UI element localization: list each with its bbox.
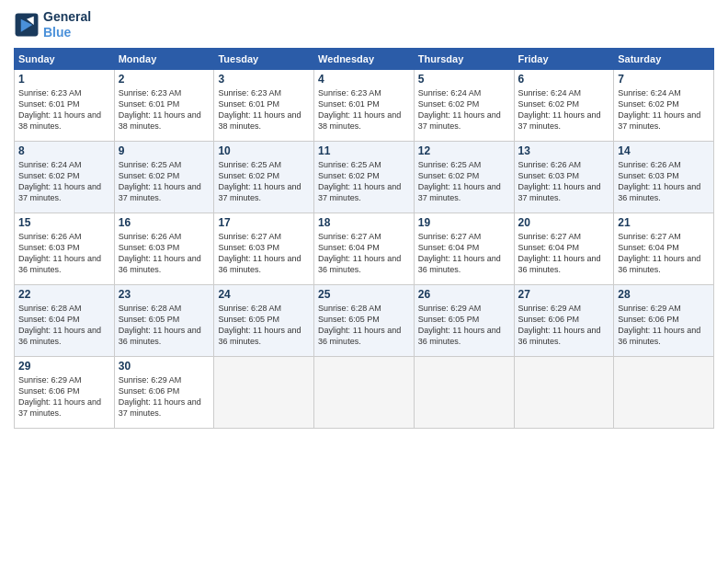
day-info: Sunrise: 6:26 AM Sunset: 6:03 PM Dayligh…	[518, 159, 610, 204]
weekday-header-row: SundayMondayTuesdayWednesdayThursdayFrid…	[15, 48, 714, 69]
day-number: 16	[119, 216, 210, 229]
calendar-cell: 16 Sunrise: 6:26 AM Sunset: 6:03 PM Dayl…	[114, 213, 214, 284]
calendar-cell	[514, 356, 614, 428]
calendar-cell: 24 Sunrise: 6:28 AM Sunset: 6:05 PM Dayl…	[214, 284, 314, 356]
week-row-5: 29 Sunrise: 6:29 AM Sunset: 6:06 PM Dayl…	[15, 356, 714, 428]
calendar-cell: 27 Sunrise: 6:29 AM Sunset: 6:06 PM Dayl…	[514, 284, 614, 356]
logo-text: General Blue	[43, 9, 91, 40]
day-info: Sunrise: 6:24 AM Sunset: 6:02 PM Dayligh…	[18, 159, 110, 204]
day-info: Sunrise: 6:28 AM Sunset: 6:05 PM Dayligh…	[318, 303, 410, 348]
calendar-cell: 21 Sunrise: 6:27 AM Sunset: 6:04 PM Dayl…	[614, 213, 714, 284]
weekday-sunday: Sunday	[15, 48, 115, 69]
calendar-cell: 6 Sunrise: 6:24 AM Sunset: 6:02 PM Dayli…	[514, 69, 614, 141]
day-info: Sunrise: 6:27 AM Sunset: 6:04 PM Dayligh…	[318, 231, 410, 276]
day-number: 8	[18, 144, 110, 157]
calendar-cell: 9 Sunrise: 6:25 AM Sunset: 6:02 PM Dayli…	[114, 141, 214, 213]
calendar-body: 1 Sunrise: 6:23 AM Sunset: 6:01 PM Dayli…	[15, 69, 714, 428]
logo-icon	[14, 12, 40, 38]
calendar-cell: 2 Sunrise: 6:23 AM Sunset: 6:01 PM Dayli…	[114, 69, 214, 141]
calendar-cell: 25 Sunrise: 6:28 AM Sunset: 6:05 PM Dayl…	[314, 284, 415, 356]
calendar-cell: 19 Sunrise: 6:27 AM Sunset: 6:04 PM Dayl…	[414, 213, 514, 284]
calendar-cell	[614, 356, 714, 428]
day-info: Sunrise: 6:27 AM Sunset: 6:04 PM Dayligh…	[518, 231, 610, 276]
day-number: 26	[418, 288, 510, 301]
day-info: Sunrise: 6:23 AM Sunset: 6:01 PM Dayligh…	[318, 87, 410, 132]
day-number: 15	[18, 216, 110, 229]
day-number: 2	[119, 73, 210, 86]
day-info: Sunrise: 6:27 AM Sunset: 6:04 PM Dayligh…	[618, 231, 710, 276]
day-info: Sunrise: 6:28 AM Sunset: 6:05 PM Dayligh…	[119, 303, 210, 348]
day-number: 3	[218, 73, 310, 86]
day-number: 1	[18, 73, 110, 86]
calendar-cell: 10 Sunrise: 6:25 AM Sunset: 6:02 PM Dayl…	[214, 141, 314, 213]
calendar-cell: 14 Sunrise: 6:26 AM Sunset: 6:03 PM Dayl…	[614, 141, 714, 213]
day-number: 24	[218, 288, 310, 301]
day-number: 7	[618, 73, 710, 86]
calendar-cell: 23 Sunrise: 6:28 AM Sunset: 6:05 PM Dayl…	[114, 284, 214, 356]
weekday-friday: Friday	[514, 48, 614, 69]
day-info: Sunrise: 6:27 AM Sunset: 6:04 PM Dayligh…	[418, 231, 510, 276]
day-number: 29	[18, 360, 110, 373]
day-number: 13	[518, 144, 610, 157]
calendar-cell: 12 Sunrise: 6:25 AM Sunset: 6:02 PM Dayl…	[414, 141, 514, 213]
calendar-cell	[214, 356, 314, 428]
day-number: 5	[418, 73, 510, 86]
calendar-cell: 30 Sunrise: 6:29 AM Sunset: 6:06 PM Dayl…	[114, 356, 214, 428]
day-info: Sunrise: 6:28 AM Sunset: 6:05 PM Dayligh…	[218, 303, 310, 348]
day-info: Sunrise: 6:26 AM Sunset: 6:03 PM Dayligh…	[119, 231, 210, 276]
day-info: Sunrise: 6:29 AM Sunset: 6:06 PM Dayligh…	[119, 374, 210, 419]
day-info: Sunrise: 6:23 AM Sunset: 6:01 PM Dayligh…	[119, 87, 210, 132]
day-info: Sunrise: 6:24 AM Sunset: 6:02 PM Dayligh…	[618, 87, 710, 132]
weekday-tuesday: Tuesday	[214, 48, 314, 69]
week-row-3: 15 Sunrise: 6:26 AM Sunset: 6:03 PM Dayl…	[15, 213, 714, 284]
week-row-4: 22 Sunrise: 6:28 AM Sunset: 6:04 PM Dayl…	[15, 284, 714, 356]
day-number: 10	[218, 144, 310, 157]
day-number: 19	[418, 216, 510, 229]
day-info: Sunrise: 6:25 AM Sunset: 6:02 PM Dayligh…	[318, 159, 410, 204]
day-number: 21	[618, 216, 710, 229]
weekday-saturday: Saturday	[614, 48, 714, 69]
weekday-monday: Monday	[114, 48, 214, 69]
calendar-table: SundayMondayTuesdayWednesdayThursdayFrid…	[14, 48, 714, 429]
day-info: Sunrise: 6:26 AM Sunset: 6:03 PM Dayligh…	[18, 231, 110, 276]
day-info: Sunrise: 6:29 AM Sunset: 6:05 PM Dayligh…	[418, 303, 510, 348]
day-number: 25	[318, 288, 410, 301]
day-number: 6	[518, 73, 610, 86]
day-info: Sunrise: 6:25 AM Sunset: 6:02 PM Dayligh…	[418, 159, 510, 204]
calendar-cell: 7 Sunrise: 6:24 AM Sunset: 6:02 PM Dayli…	[614, 69, 714, 141]
day-number: 27	[518, 288, 610, 301]
calendar-cell: 11 Sunrise: 6:25 AM Sunset: 6:02 PM Dayl…	[314, 141, 415, 213]
day-info: Sunrise: 6:29 AM Sunset: 6:06 PM Dayligh…	[618, 303, 710, 348]
day-info: Sunrise: 6:28 AM Sunset: 6:04 PM Dayligh…	[18, 303, 110, 348]
day-number: 23	[119, 288, 210, 301]
day-number: 20	[518, 216, 610, 229]
day-number: 4	[318, 73, 410, 86]
day-number: 18	[318, 216, 410, 229]
calendar-cell: 15 Sunrise: 6:26 AM Sunset: 6:03 PM Dayl…	[15, 213, 115, 284]
calendar-cell	[414, 356, 514, 428]
calendar-cell: 8 Sunrise: 6:24 AM Sunset: 6:02 PM Dayli…	[15, 141, 115, 213]
calendar-cell: 18 Sunrise: 6:27 AM Sunset: 6:04 PM Dayl…	[314, 213, 415, 284]
calendar-cell: 22 Sunrise: 6:28 AM Sunset: 6:04 PM Dayl…	[15, 284, 115, 356]
calendar-cell: 26 Sunrise: 6:29 AM Sunset: 6:05 PM Dayl…	[414, 284, 514, 356]
day-info: Sunrise: 6:24 AM Sunset: 6:02 PM Dayligh…	[518, 87, 610, 132]
calendar-cell: 5 Sunrise: 6:24 AM Sunset: 6:02 PM Dayli…	[414, 69, 514, 141]
day-info: Sunrise: 6:29 AM Sunset: 6:06 PM Dayligh…	[18, 374, 110, 419]
calendar-cell: 28 Sunrise: 6:29 AM Sunset: 6:06 PM Dayl…	[614, 284, 714, 356]
day-info: Sunrise: 6:23 AM Sunset: 6:01 PM Dayligh…	[218, 87, 310, 132]
day-info: Sunrise: 6:25 AM Sunset: 6:02 PM Dayligh…	[218, 159, 310, 204]
weekday-wednesday: Wednesday	[314, 48, 415, 69]
calendar-cell	[314, 356, 415, 428]
day-number: 11	[318, 144, 410, 157]
calendar-cell: 4 Sunrise: 6:23 AM Sunset: 6:01 PM Dayli…	[314, 69, 415, 141]
day-number: 17	[218, 216, 310, 229]
day-number: 14	[618, 144, 710, 157]
day-number: 12	[418, 144, 510, 157]
calendar-cell: 20 Sunrise: 6:27 AM Sunset: 6:04 PM Dayl…	[514, 213, 614, 284]
day-info: Sunrise: 6:27 AM Sunset: 6:03 PM Dayligh…	[218, 231, 310, 276]
calendar-cell: 29 Sunrise: 6:29 AM Sunset: 6:06 PM Dayl…	[15, 356, 115, 428]
day-info: Sunrise: 6:23 AM Sunset: 6:01 PM Dayligh…	[18, 87, 110, 132]
day-number: 9	[119, 144, 210, 157]
page: General Blue SundayMondayTuesdayWednesda…	[0, 0, 728, 563]
day-info: Sunrise: 6:26 AM Sunset: 6:03 PM Dayligh…	[618, 159, 710, 204]
